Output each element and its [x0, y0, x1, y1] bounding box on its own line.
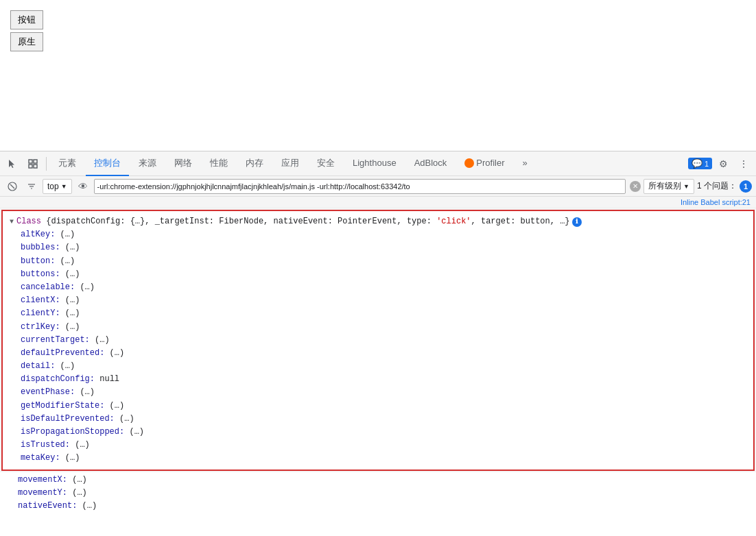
issue-badge[interactable]: 1 个问题： 1 [697, 180, 752, 193]
prop-movementX: movementX: (…) [18, 474, 749, 487]
console-filter-input[interactable]: -url:chrome-extension://jgphnjokjhjlcnna… [94, 179, 626, 194]
prop-value[interactable]: (…) [60, 307, 80, 320]
prop-metaKey: metaKey: (…) [21, 452, 746, 465]
prop-value[interactable]: (…) [60, 294, 80, 307]
tab-performance[interactable]: 性能 [202, 151, 236, 176]
prop-name: getModifierState: [21, 400, 104, 413]
tab-security[interactable]: 安全 [309, 151, 343, 176]
divider-1 [46, 157, 47, 171]
prop-name: defaultPrevented: [21, 347, 104, 360]
prop-value[interactable]: (…) [55, 255, 75, 268]
notification-badge[interactable]: 💬 1 [688, 158, 712, 169]
settings-icon[interactable]: ⚙ [713, 154, 733, 173]
prop-name: button: [21, 255, 55, 268]
prop-name: ctrlKey: [21, 321, 60, 334]
svg-rect-1 [34, 165, 37, 168]
clear-console-button[interactable] [4, 178, 21, 195]
tab-application[interactable]: 应用 [273, 151, 307, 176]
tab-lighthouse[interactable]: Lighthouse [344, 151, 405, 176]
tab-sources[interactable]: 来源 [130, 151, 165, 176]
button-2[interactable]: 原生 [10, 32, 43, 51]
clear-filter-button[interactable]: ✕ [630, 181, 641, 192]
prop-value[interactable]: (…) [60, 321, 80, 334]
prop-isTrusted: isTrusted: (…) [21, 439, 746, 452]
prop-name: nativeEvent: [18, 500, 77, 513]
prop-name: clientY: [21, 307, 60, 320]
console-toolbar: top ▼ 👁 -url:chrome-extension://jgphnjok… [0, 176, 756, 197]
tab-memory[interactable]: 内存 [237, 151, 272, 176]
class-brace-open: {dispatchConfig: {…}, _targetInst: Fiber… [41, 215, 436, 228]
profiler-dot-icon [464, 158, 474, 168]
prop-value[interactable]: (…) [104, 347, 124, 360]
prop-name: metaKey: [21, 452, 60, 465]
tab-adblock[interactable]: AdBlock [406, 151, 456, 176]
prop-value[interactable]: (…) [55, 360, 75, 373]
prop-value[interactable]: (…) [60, 241, 80, 254]
prop-value[interactable]: (…) [60, 268, 80, 281]
prop-name: isPropagationStopped: [21, 426, 124, 439]
prop-value[interactable]: (…) [77, 500, 97, 513]
prop-name: isDefaultPrevented: [21, 413, 115, 426]
prop-eventPhase: eventPhase: (…) [21, 386, 746, 399]
class-rest: , target: button, …} [471, 215, 570, 228]
svg-rect-3 [29, 165, 32, 168]
prop-name: detail: [21, 360, 55, 373]
chevron-down-icon: ▼ [61, 183, 67, 190]
tab-profiler-label: Profiler [476, 158, 504, 168]
prop-movementY: movementY: (…) [18, 487, 749, 500]
prop-clientX: clientX: (…) [21, 294, 746, 307]
prop-value[interactable]: (…) [75, 386, 95, 399]
filter-button[interactable] [23, 178, 40, 195]
inspect-icon[interactable] [23, 154, 43, 173]
console-object-header[interactable]: ▼ Class {dispatchConfig: {…}, _targetIns… [10, 215, 746, 228]
prop-altKey: altKey: (…) [21, 228, 746, 241]
watch-expressions-icon[interactable]: 👁 [75, 178, 91, 195]
cursor-icon[interactable] [3, 154, 22, 173]
prop-value[interactable]: (…) [90, 334, 110, 347]
prop-isDefaultPrevented: isDefaultPrevented: (…) [21, 413, 746, 426]
prop-value[interactable]: (…) [75, 281, 95, 294]
prop-name: eventPhase: [21, 386, 75, 399]
issue-count-icon: 1 [740, 180, 752, 193]
more-tabs-button[interactable]: » [515, 151, 536, 176]
notification-count: 1 [705, 160, 709, 168]
prop-value[interactable]: (…) [115, 413, 134, 426]
prop-value[interactable]: (…) [70, 439, 90, 452]
level-label: 所有级别 [648, 180, 681, 192]
prop-detail: detail: (…) [21, 360, 746, 373]
tab-profiler[interactable]: Profiler [456, 151, 512, 176]
type-value: 'click' [436, 215, 471, 228]
more-properties: movementX: (…) movementY: (…) nativeEven… [0, 472, 756, 515]
prop-name: currentTarget: [21, 334, 90, 347]
log-level-selector[interactable]: 所有级别 ▼ [643, 179, 694, 194]
info-icon[interactable]: ℹ [572, 217, 582, 227]
level-chevron-icon: ▼ [683, 183, 689, 190]
issue-count-label: 1 个问题： [697, 180, 737, 192]
prop-value[interactable]: (…) [124, 426, 144, 439]
context-selector[interactable]: top ▼ [43, 179, 72, 194]
devtools-panel: 元素 控制台 来源 网络 性能 内存 应用 安全 Lighthouse AdBl… [0, 151, 756, 514]
prop-value[interactable]: (…) [60, 452, 80, 465]
tab-elements[interactable]: 元素 [50, 151, 84, 176]
prop-name: clientX: [21, 294, 60, 307]
prop-getModifierState: getModifierState: (…) [21, 400, 746, 413]
tab-network[interactable]: 网络 [166, 151, 200, 176]
file-reference[interactable]: Inline Babel script:21 [0, 197, 756, 208]
more-options-icon[interactable]: ⋮ [734, 154, 753, 173]
prop-value[interactable]: (…) [67, 487, 87, 500]
prop-isPropagationStopped: isPropagationStopped: (…) [21, 426, 746, 439]
button-1[interactable]: 按钮 [10, 10, 43, 29]
tab-console[interactable]: 控制台 [86, 151, 129, 176]
prop-name: movementY: [18, 487, 67, 500]
prop-name: buttons: [21, 268, 60, 281]
expand-arrow[interactable]: ▼ [10, 217, 14, 228]
prop-name: cancelable: [21, 281, 75, 294]
context-label: top [47, 182, 59, 191]
property-list: altKey: (…) bubbles: (…) button: (…) but… [10, 228, 746, 465]
prop-name: dispatchConfig: [21, 373, 95, 386]
prop-name: isTrusted: [21, 439, 70, 452]
prop-value[interactable]: (…) [55, 228, 75, 241]
prop-value[interactable]: (…) [104, 400, 124, 413]
prop-value[interactable]: (…) [67, 474, 87, 487]
prop-name: bubbles: [21, 241, 60, 254]
